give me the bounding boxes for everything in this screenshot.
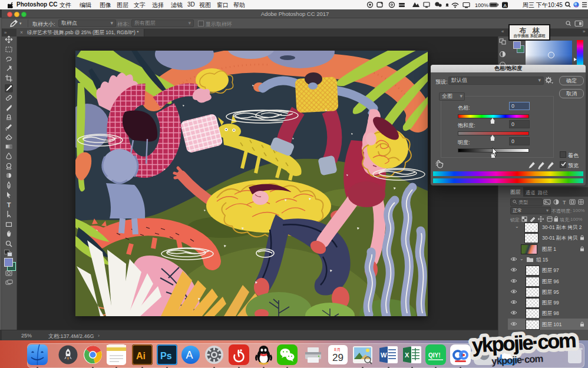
svg-text:Ai: Ai (136, 351, 146, 361)
svg-text:29: 29 (332, 352, 343, 363)
svg-text:X: X (405, 352, 409, 359)
svg-text:A: A (186, 349, 193, 361)
svg-text:100%: 100% (475, 2, 488, 8)
svg-text:ykpojie·com: ykpojie·com (471, 329, 576, 356)
svg-text:Ps: Ps (160, 351, 172, 361)
svg-text:A: A (504, 3, 507, 8)
svg-text:8月: 8月 (334, 347, 341, 352)
svg-text:ykpojie·com: ykpojie·com (491, 353, 543, 367)
svg-text:T: T (563, 200, 566, 205)
svg-text:W: W (381, 352, 387, 359)
svg-text:QIY!: QIY! (428, 352, 441, 359)
